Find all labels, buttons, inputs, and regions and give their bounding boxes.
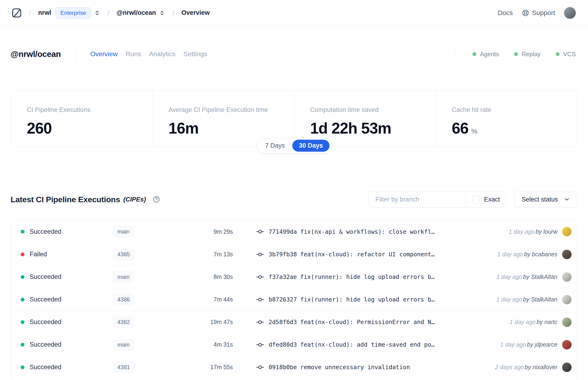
exact-label[interactable]: Exact bbox=[484, 196, 500, 203]
author-label: by nixallover bbox=[525, 364, 557, 370]
branch-badge[interactable]: 4386 bbox=[113, 294, 134, 305]
table-row[interactable]: Failed 4385 7m 13s 3b79fb38feat(nx-cloud… bbox=[11, 243, 577, 266]
breadcrumb-page: Overview bbox=[181, 9, 209, 17]
tab-overview[interactable]: Overview bbox=[90, 50, 118, 58]
indicators-divider bbox=[456, 46, 456, 62]
commit-text: dfed80d3feat(nx-cloud): add time-saved e… bbox=[269, 341, 435, 348]
time-ago-label: 1 day ago bbox=[496, 296, 522, 303]
branch-cell: main bbox=[108, 271, 165, 283]
commit-hash: 771499da bbox=[269, 228, 297, 235]
author-label: by StalkAltan bbox=[523, 296, 557, 303]
branch-cell: 4385 bbox=[108, 249, 165, 260]
cipe-table: Succeeded main 9m 29s 771499dafix(nx-api… bbox=[11, 220, 577, 380]
commit-hash: 0918b0be bbox=[269, 364, 297, 371]
status-dot-icon bbox=[21, 298, 24, 302]
breadcrumb-org[interactable]: nrwl bbox=[38, 9, 51, 17]
stat-value: 66% bbox=[452, 119, 577, 137]
breadcrumb-workspace[interactable]: @nrwl/ocean bbox=[117, 9, 156, 17]
row-meta: 1 day agoby nartc bbox=[510, 318, 571, 327]
tab-runs[interactable]: Runs bbox=[126, 50, 141, 58]
git-commit-icon bbox=[255, 227, 265, 236]
branch-badge[interactable]: 4382 bbox=[113, 317, 134, 328]
commit-cell: 771499dafix(nx-api & workflows): close w… bbox=[255, 227, 435, 236]
status-cell: Failed bbox=[21, 251, 108, 258]
table-row[interactable]: Succeeded main 8m 30s f37a32aefix(runner… bbox=[11, 266, 577, 288]
org-switcher-icon[interactable] bbox=[94, 10, 100, 16]
table-row[interactable]: Succeeded main 9m 29s 771499dafix(nx-api… bbox=[11, 220, 577, 243]
author-avatar bbox=[562, 295, 571, 304]
commit-message: fix(runner): hide log upload errors b… bbox=[300, 273, 435, 280]
exact-checkbox[interactable] bbox=[472, 196, 480, 203]
branch-cell: 4382 bbox=[108, 317, 165, 328]
branch-filter-input[interactable] bbox=[369, 192, 466, 207]
branch-badge[interactable]: main bbox=[113, 339, 134, 350]
git-commit-icon bbox=[255, 362, 265, 372]
tab-settings[interactable]: Settings bbox=[183, 50, 207, 58]
help-icon[interactable] bbox=[153, 196, 160, 203]
indicator-agents[interactable]: Agents bbox=[473, 51, 499, 58]
tab-analytics[interactable]: Analytics bbox=[149, 50, 175, 58]
commit-message: fix(nx-api & workflows): close workfl… bbox=[300, 228, 435, 235]
stat-unit: % bbox=[471, 127, 477, 135]
range-7-days[interactable]: 7 Days bbox=[259, 140, 291, 152]
status-dot-icon bbox=[21, 343, 24, 347]
git-commit-icon bbox=[255, 295, 265, 304]
docs-link[interactable]: Docs bbox=[498, 9, 513, 17]
breadcrumb-separator: / bbox=[172, 9, 174, 17]
branch-badge[interactable]: 4385 bbox=[113, 249, 134, 260]
nx-cloud-logo[interactable] bbox=[11, 7, 22, 18]
stat-label: CI Pipeline Executions bbox=[27, 106, 152, 114]
table-row[interactable]: Succeeded 4382 19m 47s 2d58f6d3feat(nx-c… bbox=[11, 311, 577, 333]
exact-match-zone: Exact bbox=[466, 192, 506, 207]
time-ago-label: 1 day ago bbox=[510, 319, 535, 325]
lifebuoy-icon bbox=[522, 9, 529, 17]
commit-cell: 2d58f6d3feat(nx-cloud): PermissionError … bbox=[255, 318, 435, 327]
commit-text: 3b79fb38feat(nx-cloud): refactor UI comp… bbox=[269, 251, 435, 258]
duration-label: 7m 44s bbox=[165, 296, 233, 303]
stat-ci-pipeline-executions: CI Pipeline Executions 260 bbox=[11, 90, 152, 147]
status-dot-icon bbox=[21, 230, 24, 233]
branch-filter-group: Exact bbox=[369, 191, 506, 208]
stat-label: Average CI Pipeline Execution time bbox=[168, 106, 294, 114]
status-dot-icon bbox=[514, 52, 518, 56]
commit-cell: 0918b0beremove unnecessary invalidation bbox=[255, 362, 410, 372]
author-label: by jdpearce bbox=[527, 341, 557, 348]
status-select[interactable]: Select status bbox=[514, 191, 577, 208]
row-meta: 1 day agoby jdpearce bbox=[500, 340, 571, 349]
git-commit-icon bbox=[255, 272, 265, 282]
indicator-vcs[interactable]: VCS bbox=[556, 51, 576, 58]
table-row[interactable]: Succeeded main 4m 31s dfed80d3feat(nx-cl… bbox=[11, 333, 577, 356]
support-label: Support bbox=[532, 9, 555, 17]
row-meta: 1 day agoby StalkAltan bbox=[496, 272, 571, 282]
table-row[interactable]: Succeeded 4381 17m 55s 0918b0beremove un… bbox=[11, 356, 577, 378]
branch-badge[interactable]: main bbox=[113, 271, 134, 283]
author-avatar bbox=[562, 362, 571, 372]
stat-cache-hit-rate: Cache hit rate 66% bbox=[436, 90, 577, 147]
date-range-toggle: 7 Days 30 Days bbox=[257, 138, 331, 153]
user-avatar[interactable] bbox=[564, 7, 576, 19]
time-ago-label: 1 day ago bbox=[500, 341, 526, 348]
commit-text: 2d58f6d3feat(nx-cloud): PermissionError … bbox=[269, 319, 435, 325]
indicator-replay[interactable]: Replay bbox=[514, 51, 541, 58]
workspace-switcher-icon[interactable] bbox=[159, 10, 165, 16]
branch-badge[interactable]: main bbox=[113, 226, 134, 237]
commit-hash: 3b79fb38 bbox=[269, 251, 297, 258]
stats-cards: CI Pipeline Executions 260 Average CI Pi… bbox=[11, 90, 577, 147]
status-dot-icon bbox=[21, 320, 24, 324]
branch-badge[interactable]: 4381 bbox=[113, 362, 134, 373]
git-commit-icon bbox=[255, 250, 265, 259]
commit-text: b8726327fix(runner): hide log upload err… bbox=[269, 296, 435, 303]
range-30-days[interactable]: 30 Days bbox=[292, 140, 329, 152]
support-link[interactable]: Support bbox=[522, 9, 555, 17]
author-label: by lourw bbox=[535, 228, 557, 235]
author-avatar bbox=[562, 318, 571, 327]
duration-label: 7m 13s bbox=[165, 251, 233, 258]
status-dot-icon bbox=[21, 275, 24, 279]
commit-cell: dfed80d3feat(nx-cloud): add time-saved e… bbox=[255, 340, 435, 349]
author-avatar bbox=[562, 272, 571, 282]
time-ago-label: 1 day ago bbox=[496, 273, 522, 280]
branch-cell: main bbox=[108, 339, 165, 350]
commit-cell: f37a32aefix(runner): hide log upload err… bbox=[255, 272, 435, 282]
status-dot-icon bbox=[21, 365, 24, 369]
table-row[interactable]: Succeeded 4386 7m 44s b8726327fix(runner… bbox=[11, 288, 577, 311]
